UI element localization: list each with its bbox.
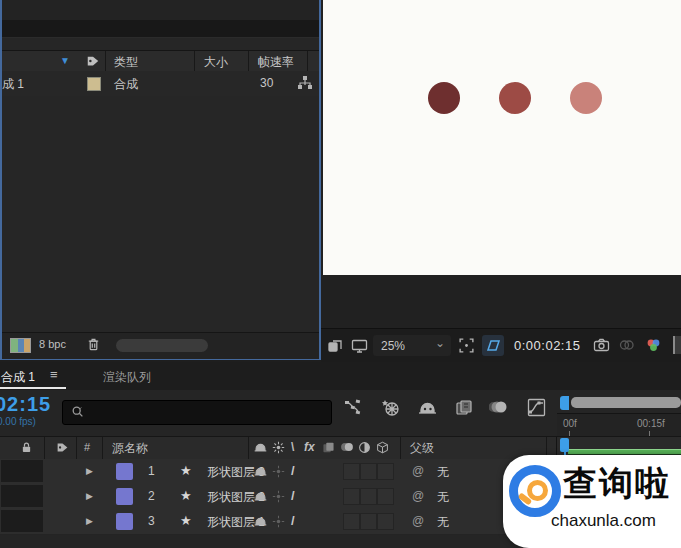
watermark-logo-lens <box>527 480 548 501</box>
panel-scroll-thumb[interactable] <box>116 339 208 352</box>
column-source-name[interactable]: 源名称 <box>112 440 148 457</box>
column-number-sign[interactable]: # <box>84 441 90 453</box>
current-time-display[interactable]: 02:15 <box>0 393 51 416</box>
zoom-level-value: 25% <box>381 339 405 353</box>
graph-editor-icon[interactable] <box>527 398 546 417</box>
snapshot-camera-icon[interactable] <box>593 337 610 353</box>
parent-none-dropdown[interactable]: 无 <box>437 514 449 531</box>
lock-icon[interactable] <box>20 441 33 454</box>
search-icon[interactable] <box>71 405 85 419</box>
trash-icon[interactable] <box>86 337 101 352</box>
draft-3d-icon[interactable] <box>381 398 400 417</box>
layer-quality-icon[interactable]: / <box>291 488 295 503</box>
layer-quality-icon[interactable]: / <box>291 463 295 478</box>
switch-cell[interactable] <box>343 463 360 480</box>
av-switches-cell[interactable] <box>1 510 43 532</box>
column-frame-rate[interactable]: 帧速率 <box>258 54 294 71</box>
composition-swatch-icon <box>87 77 101 91</box>
layer-collapse-icon[interactable] <box>272 490 285 503</box>
time-navigator-start-handle[interactable] <box>560 396 569 410</box>
time-ruler[interactable]: 00f 00:15f <box>557 413 681 437</box>
watermark-badge: 查询啦 chaxunla.com <box>503 455 681 548</box>
flowchart-icon[interactable] <box>297 75 313 91</box>
shy-layers-icon[interactable] <box>418 400 437 416</box>
timeline-scrollbar-thumb[interactable] <box>571 397 681 408</box>
parent-none-dropdown[interactable]: 无 <box>437 489 449 506</box>
frame-blend-column-icon[interactable] <box>322 441 335 454</box>
effects-column-icon[interactable]: fx <box>304 440 315 454</box>
bit-depth-label[interactable]: 8 bpc <box>39 338 66 350</box>
layer-shy-icon[interactable] <box>254 491 267 502</box>
panel-menu-icon[interactable]: ≡ <box>50 367 58 382</box>
layer-label-swatch[interactable] <box>116 513 133 530</box>
project-panel: ▼ 类型 大小 帧速率 成 1 合成 30 8 bpc <box>0 0 321 360</box>
switch-cell[interactable] <box>377 513 394 530</box>
switch-cell[interactable] <box>343 513 360 530</box>
switch-cell[interactable] <box>360 513 377 530</box>
layer-label-swatch[interactable] <box>116 463 133 480</box>
composition-canvas[interactable] <box>323 0 681 275</box>
monitor-icon[interactable] <box>351 338 368 354</box>
switch-cell[interactable] <box>377 463 394 480</box>
watermark-domain: chaxunla.com <box>551 511 656 531</box>
watermark-title: 查询啦 <box>563 461 671 507</box>
layer-collapse-icon[interactable] <box>272 465 285 478</box>
parent-none-dropdown[interactable]: 无 <box>437 464 449 481</box>
sort-triangle-icon[interactable]: ▼ <box>60 55 70 66</box>
layer-shy-icon[interactable] <box>254 516 267 527</box>
viewer-timecode[interactable]: 0:00:02:15 <box>514 338 580 353</box>
column-parent[interactable]: 父级 <box>410 440 434 457</box>
column-size[interactable]: 大小 <box>204 54 228 71</box>
current-time-indicator-handle[interactable] <box>560 438 569 452</box>
layer-number: 3 <box>148 514 155 528</box>
resolution-icon-partial[interactable] <box>673 336 681 354</box>
mask-visibility-icon[interactable] <box>482 335 504 356</box>
show-snapshot-icon[interactable] <box>618 337 635 353</box>
tab-render-queue[interactable]: 渲染队列 <box>103 369 151 386</box>
adjustment-layer-column-icon[interactable] <box>358 441 371 454</box>
pick-whip-icon[interactable]: @ <box>412 464 424 478</box>
expand-arrow-icon[interactable]: ▶ <box>86 516 93 526</box>
column-type[interactable]: 类型 <box>114 54 138 71</box>
shy-column-icon[interactable] <box>254 442 267 453</box>
quality-column-icon[interactable]: \ <box>291 440 294 454</box>
motion-blur-column-icon[interactable] <box>340 441 354 453</box>
viewer-toolbar: 25% ⌄ 0:00:02:15 <box>321 328 681 363</box>
layer-shy-icon[interactable] <box>254 466 267 477</box>
chevron-down-icon: ⌄ <box>435 336 445 350</box>
channels-rgb-icon[interactable] <box>645 337 662 353</box>
layer-quality-icon[interactable]: / <box>291 513 295 528</box>
collapse-column-icon[interactable] <box>272 441 285 454</box>
expand-arrow-icon[interactable]: ▶ <box>86 491 93 501</box>
shape-layer-star-icon: ★ <box>180 488 192 503</box>
layer-collapse-icon[interactable] <box>272 515 285 528</box>
switch-cell[interactable] <box>377 488 394 505</box>
project-item-type: 合成 <box>114 76 138 93</box>
layer-label-swatch[interactable] <box>116 488 133 505</box>
shape-circle-2[interactable] <box>499 82 531 114</box>
motion-blur-icon[interactable] <box>489 399 508 415</box>
pick-whip-icon[interactable]: @ <box>412 489 424 503</box>
cube-3d-column-icon[interactable] <box>376 441 389 454</box>
project-item-row[interactable]: 成 1 合成 30 <box>2 71 319 96</box>
search-input[interactable] <box>62 400 332 425</box>
shape-circle-1[interactable] <box>428 82 460 114</box>
expand-arrow-icon[interactable]: ▶ <box>86 466 93 476</box>
shape-circle-3[interactable] <box>570 82 602 114</box>
av-switches-cell[interactable] <box>1 485 43 507</box>
tab-composition[interactable]: 合成 1 <box>1 369 35 386</box>
switch-cell[interactable] <box>343 488 360 505</box>
switch-cell[interactable] <box>360 488 377 505</box>
pick-whip-icon[interactable]: @ <box>412 514 424 528</box>
label-tag-icon[interactable] <box>86 54 100 68</box>
switch-cell[interactable] <box>360 463 377 480</box>
label-column-icon[interactable] <box>56 441 69 454</box>
interpret-footage-icon[interactable] <box>10 338 31 353</box>
av-switches-cell[interactable] <box>1 460 43 482</box>
region-of-interest-icon[interactable] <box>458 337 475 354</box>
frame-blending-icon[interactable] <box>455 399 473 416</box>
always-preview-icon[interactable] <box>327 338 343 354</box>
project-search-strip[interactable] <box>2 20 319 38</box>
mini-flowchart-icon[interactable] <box>344 399 362 416</box>
zoom-dropdown[interactable]: 25% ⌄ <box>373 335 451 356</box>
